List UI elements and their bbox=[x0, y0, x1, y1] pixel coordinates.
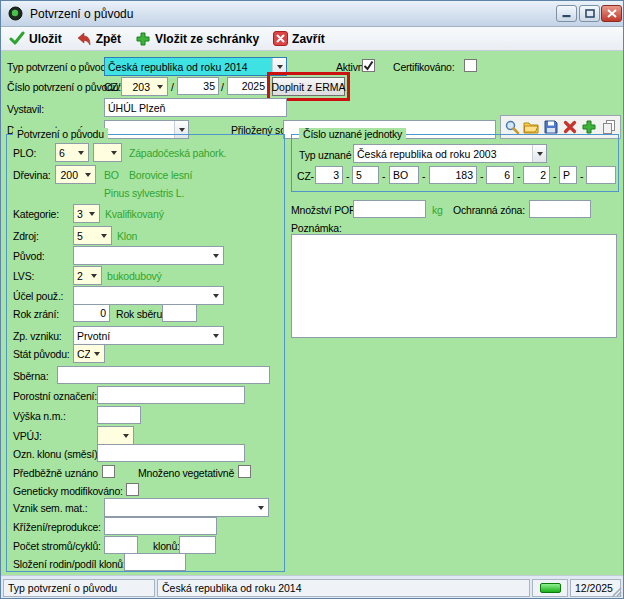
chevron-down-icon[interactable] bbox=[119, 427, 133, 444]
unit-part-value: 5 bbox=[356, 169, 362, 181]
lvs-value: 2 bbox=[74, 270, 87, 282]
pocet-stromu-label: Počet stromů/cyklů: bbox=[13, 540, 101, 552]
undo-button[interactable]: Zpět bbox=[76, 32, 121, 46]
plo-sub-combobox[interactable] bbox=[93, 143, 122, 162]
chevron-down-icon[interactable] bbox=[74, 144, 88, 161]
number-region-combobox[interactable]: 203 bbox=[121, 77, 168, 96]
lvs-combobox[interactable]: 2 bbox=[73, 266, 102, 285]
sberna-label: Sběrna: bbox=[13, 370, 48, 382]
unit-type-value: Česká republika od roku 2003 bbox=[354, 148, 532, 160]
ozn-klonu-label: Ozn. klonu (směsí): bbox=[13, 448, 100, 460]
unit-part-value: 183 bbox=[455, 169, 473, 181]
type-combobox[interactable]: Česká republika od roku 2014 bbox=[104, 57, 287, 76]
unit-part-input[interactable]: 2 bbox=[523, 166, 550, 184]
statusbar-indicator-panel bbox=[532, 579, 568, 597]
kategorie-description: Kvalifikovaný bbox=[105, 208, 164, 220]
chevron-down-icon[interactable] bbox=[107, 144, 121, 161]
stat-puvodu-combobox[interactable]: CZ bbox=[73, 344, 105, 363]
pocet-stromu-input[interactable] bbox=[104, 536, 138, 554]
vznik-combobox[interactable] bbox=[104, 498, 269, 517]
stat-puvodu-value: CZ bbox=[74, 348, 90, 360]
certified-label: Certifikováno: bbox=[393, 61, 454, 73]
statusbar-value: Česká republika od roku 2014 bbox=[162, 582, 302, 594]
drevina-combobox[interactable]: 200 bbox=[55, 165, 96, 184]
separator-slash: / bbox=[171, 81, 174, 93]
rok-sberu-input[interactable] bbox=[162, 304, 197, 322]
ochranna-input[interactable] bbox=[529, 200, 591, 218]
plo-description: Západočeská pahork. bbox=[129, 147, 226, 159]
mnozeno-checkbox[interactable] bbox=[238, 465, 251, 478]
save-label: Uložit bbox=[29, 32, 62, 46]
maximize-button[interactable] bbox=[579, 5, 600, 22]
geneticky-checkbox[interactable] bbox=[126, 483, 139, 496]
zp-vzniku-combobox[interactable]: Prvotní bbox=[73, 326, 224, 345]
predbezne-checkbox[interactable] bbox=[102, 465, 115, 478]
minimize-icon bbox=[562, 9, 571, 18]
chevron-down-icon[interactable] bbox=[532, 145, 546, 162]
unit-part-input[interactable]: BO bbox=[389, 166, 419, 184]
check-icon bbox=[9, 31, 25, 46]
stat-puvodu-label: Stát původu: bbox=[13, 348, 70, 360]
dash: - bbox=[580, 170, 583, 182]
vpuj-label: VPÚJ: bbox=[13, 430, 42, 442]
puvod-combobox[interactable] bbox=[73, 246, 224, 265]
chevron-down-icon[interactable] bbox=[209, 247, 223, 264]
paste-label: Vložit ze schránky bbox=[155, 32, 259, 46]
issued-by-label: Vystavil: bbox=[7, 103, 44, 115]
chevron-down-icon[interactable] bbox=[81, 166, 95, 183]
plo-combobox[interactable]: 6 bbox=[55, 143, 89, 162]
kategorie-label: Kategorie: bbox=[13, 208, 59, 220]
ucel-combobox[interactable] bbox=[73, 286, 224, 305]
chevron-down-icon[interactable] bbox=[87, 267, 101, 284]
porostni-input[interactable] bbox=[97, 386, 245, 404]
zp-vzniku-value: Prvotní bbox=[74, 330, 209, 342]
minimize-button[interactable] bbox=[556, 5, 577, 22]
unit-part-input[interactable]: 183 bbox=[429, 166, 477, 184]
number-year-input[interactable]: 2025 bbox=[227, 77, 269, 95]
chevron-down-icon[interactable] bbox=[209, 287, 223, 304]
chevron-down-icon[interactable] bbox=[90, 345, 104, 362]
poznamka-textarea[interactable] bbox=[291, 234, 617, 338]
unit-part-input[interactable] bbox=[586, 166, 616, 184]
rok-zrani-input[interactable]: 0 bbox=[73, 304, 110, 322]
chevron-down-icon[interactable] bbox=[97, 227, 111, 244]
active-checkbox[interactable] bbox=[362, 59, 375, 72]
resize-grip[interactable] bbox=[610, 585, 622, 597]
doplnit-z-erma-button[interactable]: Doplnit z ERMA bbox=[272, 77, 345, 96]
paste-from-clipboard-button[interactable]: Vložit ze schránky bbox=[135, 31, 259, 47]
unit-part-input[interactable]: 5 bbox=[352, 166, 379, 184]
sberna-input[interactable] bbox=[57, 366, 270, 384]
close-button[interactable] bbox=[601, 5, 622, 22]
issued-by-value: ÚHÚL Plzeň bbox=[108, 102, 165, 114]
mnozeno-label: Množeno vegetativně bbox=[138, 467, 234, 479]
chevron-down-icon[interactable] bbox=[254, 499, 268, 516]
close-box-icon bbox=[273, 31, 288, 46]
number-serial-input[interactable]: 35 bbox=[177, 77, 219, 95]
kategorie-value: 3 bbox=[74, 208, 85, 220]
issued-by-input[interactable]: ÚHÚL Plzeň bbox=[104, 98, 287, 117]
slozeni-input[interactable] bbox=[124, 553, 186, 571]
dash: - bbox=[517, 170, 520, 182]
unit-part-value: 3 bbox=[333, 169, 339, 181]
chevron-down-icon[interactable] bbox=[153, 78, 167, 95]
vpuj-combobox[interactable] bbox=[97, 426, 134, 445]
ozn-klonu-input[interactable] bbox=[97, 444, 245, 462]
unit-type-combobox[interactable]: Česká republika od roku 2003 bbox=[353, 144, 547, 163]
certified-checkbox[interactable] bbox=[464, 59, 477, 72]
chevron-down-icon[interactable] bbox=[85, 205, 99, 222]
klonu-input[interactable] bbox=[179, 536, 216, 554]
slozeni-label: Složení rodin/podíl klonů: bbox=[13, 558, 126, 570]
save-button[interactable]: Uložit bbox=[9, 31, 62, 46]
dash: - bbox=[346, 170, 349, 182]
chevron-down-icon[interactable] bbox=[209, 327, 223, 344]
kategorie-combobox[interactable]: 3 bbox=[73, 204, 100, 223]
unit-part-input[interactable]: P bbox=[559, 166, 577, 184]
vyska-input[interactable] bbox=[97, 406, 141, 424]
krizeni-input[interactable] bbox=[104, 517, 217, 535]
drevina-label: Dřevina: bbox=[13, 169, 51, 181]
mnozstvi-input[interactable] bbox=[353, 200, 426, 218]
unit-part-input[interactable]: 3 bbox=[315, 166, 343, 184]
zdroj-combobox[interactable]: 5 bbox=[73, 226, 112, 245]
close-form-button[interactable]: Zavřít bbox=[273, 31, 325, 46]
unit-part-input[interactable]: 6 bbox=[486, 166, 514, 184]
